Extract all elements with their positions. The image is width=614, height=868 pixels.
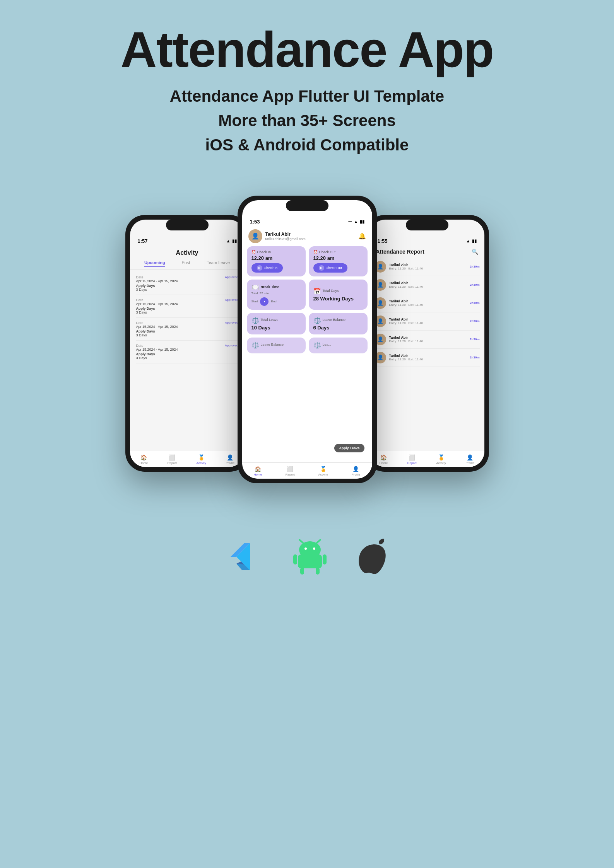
nav-profile-right[interactable]: 👤 Profile xyxy=(465,454,474,465)
home-icon-center: 🏠 xyxy=(255,466,261,472)
end-label: End xyxy=(271,300,276,303)
activity-list: Date Apr 15,2024 - Apr 15, 2024 Approved… xyxy=(130,270,245,366)
report-icon-right: ⬜ xyxy=(409,454,415,460)
report-item-6: 👤 Tarikul Abir Entry: 11.20 Exit: 11.40 … xyxy=(375,349,480,367)
left-phone-notch xyxy=(166,220,209,230)
nav-profile-left[interactable]: 👤 Profile xyxy=(226,454,234,465)
check-out-title: ⏰ Check Out xyxy=(313,250,363,254)
clock-icon-checkout: ⏰ xyxy=(313,250,318,254)
calendar-icon: 📅 xyxy=(313,288,321,295)
days-4: 3 Days xyxy=(136,356,238,360)
tab-post[interactable]: Post xyxy=(181,260,190,267)
tab-upcoming[interactable]: Upcoming xyxy=(144,260,165,267)
activity-tabs[interactable]: Upcoming Post Team Leave xyxy=(130,258,245,270)
break-title: Break Time xyxy=(261,285,279,289)
tab-team-leave[interactable]: Team Leave xyxy=(207,260,230,267)
battery-icon-right: ▮▮ xyxy=(472,239,477,244)
progress-dot: ● xyxy=(260,297,269,306)
flutter-icon xyxy=(223,537,262,576)
profile-icon-left: 👤 xyxy=(227,454,233,460)
report-duration-5: 2h30m xyxy=(470,338,479,341)
report-item-3: 👤 Tarikul Abir Entry: 11.20 Exit: 11.40 … xyxy=(375,294,480,312)
report-icon-center: ⬜ xyxy=(287,466,293,472)
date-label-2: Date xyxy=(136,298,178,302)
leave2-label: Lea... xyxy=(323,343,332,346)
activity-item-3: Date Apr 15,2024 - Apr 15, 2024 Approved… xyxy=(136,318,238,341)
activity-header: Activity xyxy=(130,246,245,258)
right-time: 1:55 xyxy=(378,238,388,244)
bell-icon[interactable]: 🔔 xyxy=(358,232,366,240)
report-label-right: Report xyxy=(407,461,417,465)
report-entry-4: Entry: 11.20 Exit: 11.40 xyxy=(389,321,423,325)
days-2: 3 Days xyxy=(136,310,238,314)
left-time: 1:57 xyxy=(138,238,148,244)
approved-badge-1: Approved xyxy=(225,275,238,279)
phone-left: 1:57 ▲ ▮▮ Activity Upcoming Post Team Le… xyxy=(125,215,249,472)
report-item-left-4: 👤 Tarikul Abir Entry: 11.20 Exit: 11.40 xyxy=(375,315,423,327)
activity-icon-center: 🏅 xyxy=(320,466,327,472)
report-item-left-2: 👤 Tarikul Abir Entry: 11.20 Exit: 11.40 xyxy=(375,279,423,291)
days-3: 3 Days xyxy=(136,333,238,337)
battery-icon: ▮▮ xyxy=(232,239,237,244)
total-leave-card: ⚖️ Total Leave 10 Days xyxy=(247,313,306,334)
check-out-button[interactable]: ▶ Check Out xyxy=(313,263,348,273)
svg-line-6 xyxy=(317,540,320,543)
report-name-3: Tarikul Abir xyxy=(389,299,423,303)
activity-label-left: Activity xyxy=(196,461,206,465)
apply-leave-tooltip[interactable]: Apply Leave xyxy=(334,444,364,452)
nav-report-center[interactable]: ⬜ Report xyxy=(286,466,295,476)
home-icon-right: 🏠 xyxy=(380,454,387,460)
approved-badge-4: Approved xyxy=(225,344,238,347)
report-item-1: 👤 Tarikul Abir Entry: 11.20 Exit: 11.40 … xyxy=(375,258,480,276)
leave-balance2-card: ⚖️ Leave Balance xyxy=(247,338,306,353)
date-val-1: Apr 15,2024 - Apr 15, 2024 xyxy=(136,279,178,283)
balance-icon: ⚖️ xyxy=(313,317,321,324)
search-icon-right[interactable]: 🔍 xyxy=(472,249,478,255)
nav-report-right[interactable]: ⬜ Report xyxy=(407,454,417,465)
report-name-4: Tarikul Abir xyxy=(389,317,423,321)
total-days-value: 28 Working Days xyxy=(313,296,363,302)
nav-activity-right[interactable]: 🏅 Activity xyxy=(436,454,446,465)
apply-label-2: Apply Days xyxy=(136,307,238,310)
report-name-2: Tarikul Abir xyxy=(389,281,423,285)
phone-right: 1:55 ▲ ▮▮ Attendance Report 🔍 👤 Tarikul … xyxy=(365,215,489,472)
nav-profile-center[interactable]: 👤 Profile xyxy=(351,466,360,476)
subtitle: Attendance App Flutter UI Template More … xyxy=(31,84,583,157)
nav-home-left[interactable]: 🏠 Home xyxy=(140,454,148,465)
avatar-center: 👤 xyxy=(248,229,262,243)
nav-activity-center[interactable]: 🏅 Activity xyxy=(318,466,328,476)
center-bottom-nav: 🏠 Home ⬜ Report 🏅 Activity 👤 Profile xyxy=(242,462,372,479)
report-duration-1: 2h30m xyxy=(470,265,479,268)
check-in-button[interactable]: ▶ Check In xyxy=(251,263,283,273)
android-icon xyxy=(292,537,327,576)
leave2-card: ⚖️ Lea... xyxy=(309,338,368,353)
profile-label-center: Profile xyxy=(351,473,360,476)
subtitle-line3: iOS & Android Compatible xyxy=(31,133,583,157)
nav-home-center[interactable]: 🏠 Home xyxy=(254,466,262,476)
activity-item-4: Date Apr 15,2024 - Apr 15, 2024 Approved… xyxy=(136,341,238,363)
report-item-left-5: 👤 Tarikul Abir Entry: 11.20 Exit: 11.40 xyxy=(375,334,423,345)
profile-icon-center: 👤 xyxy=(352,466,359,472)
right-phone-notch xyxy=(406,220,448,230)
report-duration-3: 2h30m xyxy=(470,301,479,305)
report-title: Attendance Report xyxy=(376,249,424,255)
left-status-icons: ▲ ▮▮ xyxy=(226,239,237,244)
footer-section xyxy=(0,514,614,607)
report-entry-5: Entry: 11.20 Exit: 11.40 xyxy=(389,339,423,343)
nav-home-right[interactable]: 🏠 Home xyxy=(380,454,388,465)
activity-title: Activity xyxy=(136,249,238,256)
svg-rect-11 xyxy=(323,554,327,564)
nav-report-left[interactable]: ⬜ Report xyxy=(168,454,177,465)
report-duration-6: 2h30m xyxy=(470,356,479,359)
signal-icon-center: ···· xyxy=(347,219,352,224)
wifi-icon: ▲ xyxy=(226,239,231,243)
apply-label-1: Apply Days xyxy=(136,284,238,288)
nav-activity-left[interactable]: 🏅 Activity xyxy=(196,454,206,465)
report-item-2: 👤 Tarikul Abir Entry: 11.20 Exit: 11.40 … xyxy=(375,276,480,294)
phones-section: 1:57 ▲ ▮▮ Activity Upcoming Post Team Le… xyxy=(0,172,614,514)
report-item-4: 👤 Tarikul Abir Entry: 11.20 Exit: 11.40 … xyxy=(375,312,480,331)
svg-point-7 xyxy=(304,547,307,550)
report-duration-4: 2h30m xyxy=(470,319,479,323)
svg-rect-13 xyxy=(316,568,320,575)
check-in-time: 12.20 am xyxy=(251,255,301,261)
